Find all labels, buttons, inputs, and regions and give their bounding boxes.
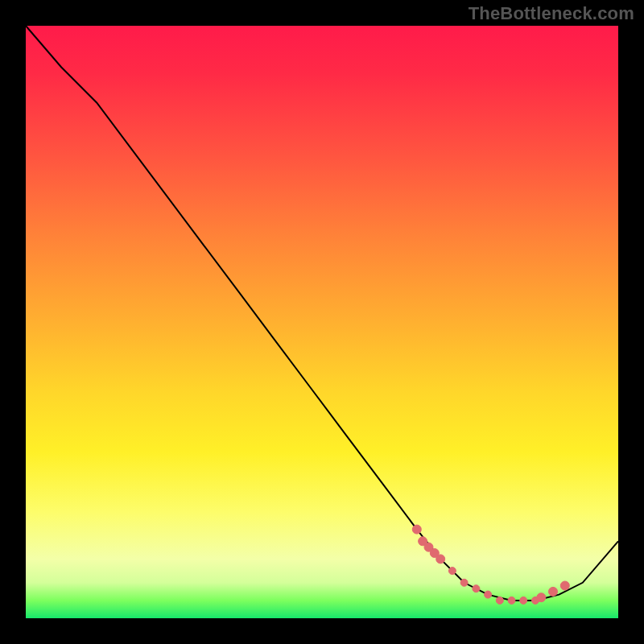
watermark-text: TheBottleneck.com [469,3,634,24]
marker-dot [496,597,503,604]
marker-dot [460,579,468,586]
marker-dot [537,593,546,602]
marker-dot [549,587,558,596]
marker-dot [508,597,515,604]
marker-dot [473,585,480,592]
marker-dot [520,597,527,604]
marker-dot [560,581,569,590]
curve-svg [26,26,618,618]
marker-cluster [412,525,569,604]
marker-dot [448,568,456,575]
marker-dot [412,525,421,534]
marker-dot [436,555,445,564]
marker-dot [485,591,492,598]
main-curve [26,26,618,601]
chart-frame: TheBottleneck.com [0,0,644,644]
plot-area [26,26,618,618]
